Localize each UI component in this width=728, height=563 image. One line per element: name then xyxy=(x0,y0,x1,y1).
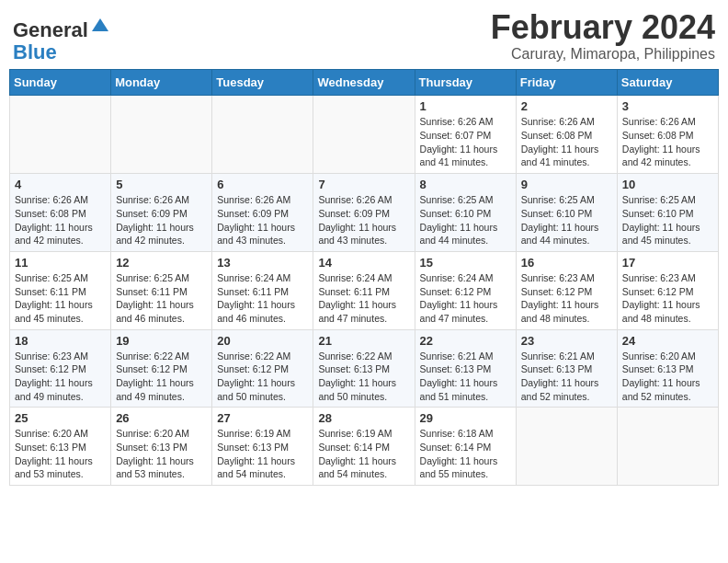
day-number: 1 xyxy=(420,99,511,113)
calendar-title: February 2024 xyxy=(491,9,715,46)
day-info: Sunrise: 6:20 AMSunset: 6:13 PMDaylight:… xyxy=(116,427,207,481)
calendar-cell xyxy=(617,408,718,486)
day-number: 12 xyxy=(116,256,207,270)
day-info: Sunrise: 6:20 AMSunset: 6:13 PMDaylight:… xyxy=(15,427,106,481)
calendar-cell: 2Sunrise: 6:26 AMSunset: 6:08 PMDaylight… xyxy=(516,96,617,174)
calendar-cell xyxy=(313,96,415,174)
week-row-3: 11Sunrise: 6:25 AMSunset: 6:11 PMDayligh… xyxy=(10,251,719,329)
day-info: Sunrise: 6:23 AMSunset: 6:12 PMDaylight:… xyxy=(521,271,612,326)
day-info: Sunrise: 6:18 AMSunset: 6:14 PMDaylight:… xyxy=(420,427,511,481)
logo-general: General xyxy=(13,18,88,41)
day-number: 19 xyxy=(116,334,207,348)
calendar-cell: 22Sunrise: 6:21 AMSunset: 6:13 PMDayligh… xyxy=(415,329,516,408)
day-info: Sunrise: 6:26 AMSunset: 6:09 PMDaylight:… xyxy=(217,193,308,247)
calendar-cell: 8Sunrise: 6:25 AMSunset: 6:10 PMDaylight… xyxy=(415,174,516,252)
day-number: 29 xyxy=(420,411,511,425)
calendar-cell: 11Sunrise: 6:25 AMSunset: 6:11 PMDayligh… xyxy=(10,251,111,329)
page-header: General Blue February 2024 Caruray, Mima… xyxy=(9,9,719,63)
day-number: 16 xyxy=(521,256,612,270)
day-info: Sunrise: 6:23 AMSunset: 6:12 PMDaylight:… xyxy=(622,271,713,326)
day-info: Sunrise: 6:24 AMSunset: 6:12 PMDaylight:… xyxy=(420,271,511,326)
calendar-cell: 15Sunrise: 6:24 AMSunset: 6:12 PMDayligh… xyxy=(415,251,516,329)
day-info: Sunrise: 6:25 AMSunset: 6:10 PMDaylight:… xyxy=(622,193,713,247)
calendar-cell: 26Sunrise: 6:20 AMSunset: 6:13 PMDayligh… xyxy=(111,408,212,486)
calendar-cell: 21Sunrise: 6:22 AMSunset: 6:13 PMDayligh… xyxy=(313,329,415,408)
calendar-cell: 25Sunrise: 6:20 AMSunset: 6:13 PMDayligh… xyxy=(10,408,111,486)
day-info: Sunrise: 6:26 AMSunset: 6:08 PMDaylight:… xyxy=(622,115,713,169)
day-number: 3 xyxy=(622,99,713,113)
calendar-cell: 6Sunrise: 6:26 AMSunset: 6:09 PMDaylight… xyxy=(212,174,313,252)
calendar-cell: 16Sunrise: 6:23 AMSunset: 6:12 PMDayligh… xyxy=(516,251,617,329)
day-number: 28 xyxy=(318,411,409,425)
calendar-subtitle: Caruray, Mimaropa, Philippines xyxy=(491,46,715,63)
calendar-cell: 5Sunrise: 6:26 AMSunset: 6:09 PMDaylight… xyxy=(111,174,212,252)
day-number: 27 xyxy=(217,411,308,425)
week-row-1: 1Sunrise: 6:26 AMSunset: 6:07 PMDaylight… xyxy=(10,96,719,174)
calendar-cell xyxy=(10,96,111,174)
calendar-table: SundayMondayTuesdayWednesdayThursdayFrid… xyxy=(9,69,719,486)
day-number: 13 xyxy=(217,256,308,270)
day-info: Sunrise: 6:24 AMSunset: 6:11 PMDaylight:… xyxy=(217,271,308,326)
calendar-cell: 7Sunrise: 6:26 AMSunset: 6:09 PMDaylight… xyxy=(313,174,415,252)
day-number: 7 xyxy=(318,178,409,191)
day-info: Sunrise: 6:25 AMSunset: 6:10 PMDaylight:… xyxy=(420,193,511,247)
calendar-cell: 17Sunrise: 6:23 AMSunset: 6:12 PMDayligh… xyxy=(617,251,718,329)
day-info: Sunrise: 6:25 AMSunset: 6:11 PMDaylight:… xyxy=(116,271,207,326)
day-info: Sunrise: 6:20 AMSunset: 6:13 PMDaylight:… xyxy=(622,350,713,404)
calendar-cell: 24Sunrise: 6:20 AMSunset: 6:13 PMDayligh… xyxy=(617,329,718,408)
day-info: Sunrise: 6:26 AMSunset: 6:09 PMDaylight:… xyxy=(116,193,207,247)
calendar-cell: 12Sunrise: 6:25 AMSunset: 6:11 PMDayligh… xyxy=(111,251,212,329)
weekday-sunday: Sunday xyxy=(10,70,111,96)
day-number: 14 xyxy=(318,256,409,270)
weekday-thursday: Thursday xyxy=(415,70,516,96)
day-number: 15 xyxy=(420,256,511,270)
day-number: 26 xyxy=(116,411,207,425)
day-info: Sunrise: 6:26 AMSunset: 6:07 PMDaylight:… xyxy=(420,115,511,169)
weekday-saturday: Saturday xyxy=(617,70,718,96)
day-number: 20 xyxy=(217,334,308,348)
day-number: 11 xyxy=(15,256,106,270)
day-number: 9 xyxy=(521,178,612,191)
day-info: Sunrise: 6:22 AMSunset: 6:13 PMDaylight:… xyxy=(318,350,409,404)
calendar-cell: 3Sunrise: 6:26 AMSunset: 6:08 PMDaylight… xyxy=(617,96,718,174)
title-block: February 2024 Caruray, Mimaropa, Philipp… xyxy=(491,9,715,63)
svg-marker-1 xyxy=(97,26,103,31)
weekday-friday: Friday xyxy=(516,70,617,96)
day-info: Sunrise: 6:19 AMSunset: 6:14 PMDaylight:… xyxy=(318,427,409,481)
day-number: 8 xyxy=(420,178,511,191)
day-number: 10 xyxy=(622,178,713,191)
calendar-header: SundayMondayTuesdayWednesdayThursdayFrid… xyxy=(10,70,719,96)
day-info: Sunrise: 6:22 AMSunset: 6:12 PMDaylight:… xyxy=(217,350,308,404)
calendar-cell: 14Sunrise: 6:24 AMSunset: 6:11 PMDayligh… xyxy=(313,251,415,329)
day-number: 5 xyxy=(116,178,207,191)
calendar-cell: 13Sunrise: 6:24 AMSunset: 6:11 PMDayligh… xyxy=(212,251,313,329)
weekday-wednesday: Wednesday xyxy=(313,70,415,96)
day-info: Sunrise: 6:25 AMSunset: 6:11 PMDaylight:… xyxy=(15,271,106,326)
logo-blue: Blue xyxy=(13,40,57,63)
day-info: Sunrise: 6:24 AMSunset: 6:11 PMDaylight:… xyxy=(318,271,409,326)
calendar-cell: 27Sunrise: 6:19 AMSunset: 6:13 PMDayligh… xyxy=(212,408,313,486)
day-number: 2 xyxy=(521,99,612,113)
calendar-cell: 28Sunrise: 6:19 AMSunset: 6:14 PMDayligh… xyxy=(313,408,415,486)
day-info: Sunrise: 6:26 AMSunset: 6:08 PMDaylight:… xyxy=(15,193,106,247)
week-row-2: 4Sunrise: 6:26 AMSunset: 6:08 PMDaylight… xyxy=(10,174,719,252)
day-info: Sunrise: 6:22 AMSunset: 6:12 PMDaylight:… xyxy=(116,350,207,404)
calendar-cell: 19Sunrise: 6:22 AMSunset: 6:12 PMDayligh… xyxy=(111,329,212,408)
logo-text: General Blue xyxy=(13,15,110,63)
calendar-cell: 10Sunrise: 6:25 AMSunset: 6:10 PMDayligh… xyxy=(617,174,718,252)
weekday-monday: Monday xyxy=(111,70,212,96)
calendar-cell: 23Sunrise: 6:21 AMSunset: 6:13 PMDayligh… xyxy=(516,329,617,408)
day-number: 24 xyxy=(622,334,713,348)
weekday-tuesday: Tuesday xyxy=(212,70,313,96)
day-info: Sunrise: 6:21 AMSunset: 6:13 PMDaylight:… xyxy=(521,350,612,404)
calendar-cell: 9Sunrise: 6:25 AMSunset: 6:10 PMDaylight… xyxy=(516,174,617,252)
calendar-body: 1Sunrise: 6:26 AMSunset: 6:07 PMDaylight… xyxy=(10,96,719,486)
logo-icon xyxy=(90,15,110,35)
day-number: 22 xyxy=(420,334,511,348)
calendar-cell: 20Sunrise: 6:22 AMSunset: 6:12 PMDayligh… xyxy=(212,329,313,408)
week-row-5: 25Sunrise: 6:20 AMSunset: 6:13 PMDayligh… xyxy=(10,408,719,486)
calendar-cell xyxy=(111,96,212,174)
day-info: Sunrise: 6:26 AMSunset: 6:09 PMDaylight:… xyxy=(318,193,409,247)
day-info: Sunrise: 6:19 AMSunset: 6:13 PMDaylight:… xyxy=(217,427,308,481)
calendar-cell xyxy=(516,408,617,486)
